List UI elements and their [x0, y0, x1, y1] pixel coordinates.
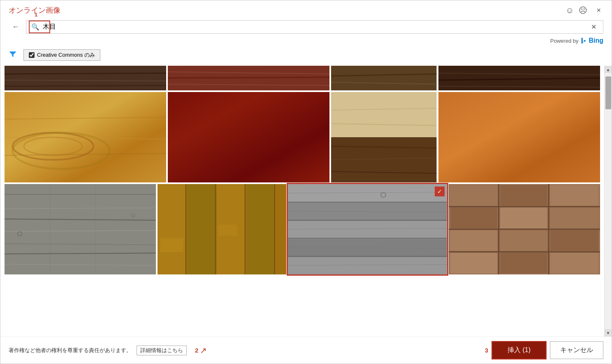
cancel-button[interactable]: キャンセル [550, 341, 603, 359]
arrow2-icon: ↗ [200, 346, 207, 355]
title-bar: オンライン画像 ☺ ☹ × [0, 0, 612, 18]
image-beige[interactable] [331, 92, 436, 182]
svg-rect-78 [550, 185, 598, 206]
wood-brown-img [449, 184, 600, 274]
scrollbar-thumb[interactable] [605, 76, 611, 109]
cc-filter-checkbox[interactable]: Creative Commons のみ [23, 49, 100, 61]
copyright-text: 著作権など他者の権利を尊重する責任があります。 [9, 347, 132, 354]
svg-rect-47 [246, 184, 275, 274]
wood-strip-2-img [168, 66, 329, 90]
search-icon: 🔍 [31, 23, 39, 31]
wood-gray-planks-img [5, 184, 156, 274]
bing-label: Bing [589, 37, 603, 44]
cc-checkbox-input[interactable] [29, 52, 35, 58]
arrow2-annotation: 2 ↗ [195, 346, 207, 355]
search-clear-button[interactable]: ✕ [589, 23, 598, 31]
back-button[interactable]: ← [9, 21, 23, 33]
wood-yellow-img [158, 184, 286, 274]
feedback-good-icon[interactable]: ☺ [566, 6, 574, 15]
insert-button-outline: 挿入 (1) [491, 341, 547, 359]
svg-rect-85 [450, 253, 497, 274]
image-strip-2[interactable] [168, 66, 329, 90]
svg-rect-45 [187, 184, 216, 274]
svg-rect-53 [218, 225, 237, 235]
close-button[interactable]: × [594, 6, 603, 15]
image-brown-tiles[interactable] [449, 184, 600, 274]
images-area: ✓ [0, 66, 612, 336]
wood-gray-selected-img [288, 184, 447, 274]
online-image-dialog: オンライン画像 ☺ ☹ × ← 🔍 1 ✕ Powered by [0, 0, 612, 364]
image-gray-planks[interactable] [5, 184, 156, 274]
svg-rect-44 [158, 184, 186, 274]
wood-strip-3-img [331, 66, 436, 90]
svg-rect-77 [500, 185, 547, 206]
bing-icon [580, 37, 587, 44]
svg-rect-86 [500, 253, 547, 274]
svg-rect-31 [5, 184, 156, 274]
svg-rect-84 [550, 230, 598, 251]
grid-row-2: ✓ [5, 184, 600, 274]
svg-rect-8 [331, 66, 436, 90]
filter-icon [9, 50, 17, 60]
images-scroll: ✓ [0, 66, 604, 336]
svg-rect-59 [288, 257, 447, 274]
wood-dark-red-img [168, 92, 329, 182]
svg-rect-76 [450, 185, 497, 206]
image-dark-red[interactable] [168, 92, 329, 182]
image-strip-3[interactable] [331, 66, 436, 90]
title-bar-right: ☺ ☹ × [566, 5, 603, 15]
top-strip-row [5, 66, 600, 90]
wood-strip-1-img [5, 66, 166, 90]
svg-line-6 [168, 77, 329, 78]
scrollbar-down-arrow[interactable]: ▼ [605, 329, 612, 336]
svg-rect-23 [331, 92, 436, 137]
wood-orange-img [438, 92, 600, 182]
feedback-icons: ☺ ☹ [566, 5, 587, 15]
svg-rect-81 [550, 207, 598, 228]
svg-rect-87 [550, 253, 598, 274]
powered-by-text: Powered by [550, 38, 579, 44]
wood-beige-img [331, 92, 436, 182]
search-input[interactable] [43, 23, 586, 31]
svg-rect-22 [168, 92, 329, 182]
svg-rect-57 [288, 221, 447, 238]
image-golden[interactable] [5, 92, 166, 182]
filter-row: Creative Commons のみ [0, 46, 612, 66]
insert-button[interactable]: 挿入 (1) [492, 342, 546, 359]
svg-line-1 [5, 73, 166, 74]
powered-by-row: Powered by Bing [0, 35, 612, 46]
svg-rect-79 [450, 207, 497, 228]
image-gray-selected[interactable]: ✓ [288, 184, 447, 274]
image-orange[interactable] [438, 92, 600, 182]
svg-rect-30 [438, 92, 600, 182]
svg-rect-52 [160, 238, 183, 252]
step1-badge: 1 [35, 12, 37, 18]
svg-rect-83 [500, 230, 547, 251]
image-strip-1[interactable] [5, 66, 166, 90]
wood-strip-4-img [438, 66, 600, 90]
feedback-bad-icon[interactable]: ☹ [579, 5, 587, 15]
footer: 著作権など他者の権利を尊重する責任があります。 詳細情報はこちら 2 ↗ 3 挿… [0, 336, 612, 364]
svg-rect-0 [5, 66, 166, 90]
selected-checkmark: ✓ [435, 187, 445, 196]
arrow3-number: 3 [485, 347, 488, 354]
details-link[interactable]: 詳細情報はこちら [137, 346, 187, 355]
grid-row-1 [5, 92, 600, 182]
image-strip-4[interactable] [438, 66, 600, 90]
arrow2-number: 2 [195, 347, 198, 354]
search-bar-row: ← 🔍 1 ✕ [0, 18, 612, 35]
svg-rect-82 [450, 230, 497, 251]
cc-filter-label: Creative Commons のみ [37, 51, 95, 59]
scrollbar-up-arrow[interactable]: ▲ [605, 66, 612, 73]
image-yellow-distressed[interactable] [158, 184, 286, 274]
scrollbar-track: ▲ ▼ [604, 66, 612, 336]
search-box: 🔍 1 ✕ [26, 20, 603, 34]
svg-rect-80 [500, 207, 547, 228]
wood-golden-img [5, 92, 166, 182]
bing-logo: Bing [580, 37, 603, 44]
